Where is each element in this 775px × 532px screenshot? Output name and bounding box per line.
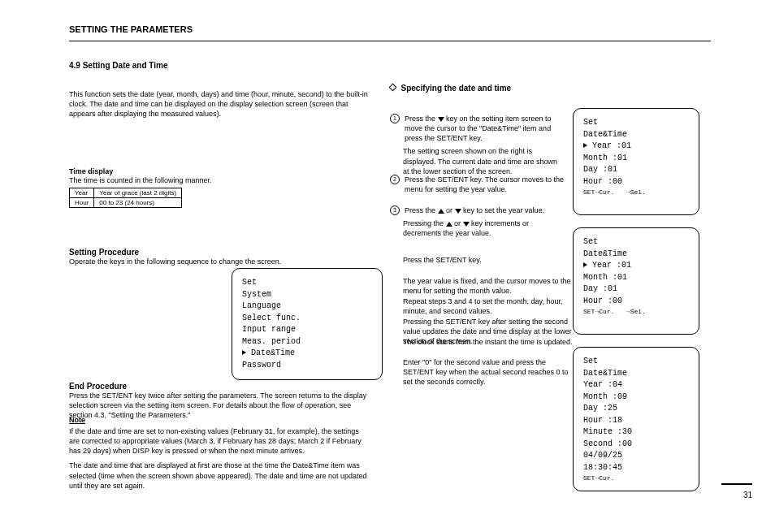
setting-procedure-title: Setting Procedure (69, 248, 370, 257)
step-clockstart: The clock starts from the instant the ti… (403, 337, 578, 347)
setting-procedure-block: Setting Procedure Operate the keys in th… (69, 248, 370, 266)
section-1-para: This function sets the date (year, month… (69, 89, 370, 119)
step-3-badge: 3 (390, 205, 400, 215)
step-zero: Enter "0" for the second value and press… (403, 357, 578, 387)
up-key-icon (438, 209, 444, 214)
lcd-screen-1: Set Date&Time Year :01 Month :01 Day :01… (573, 108, 699, 215)
lcd-screen-2: Set Date&Time Year :01 Month :01 Day :01… (573, 227, 699, 335)
step-3: 3 Press the or key to set the year value… (390, 205, 565, 238)
horizontal-rule (69, 41, 711, 41)
step-1: 1 Press the key on the setting item scre… (390, 114, 565, 176)
setting-procedure-para: Operate the keys in the following sequen… (69, 257, 370, 266)
note-heading: Note (69, 416, 370, 424)
time-display-text: The time is counted in the following man… (69, 175, 370, 185)
note-body-2: The date and time that are displayed at … (69, 461, 370, 490)
note-block: Note If the date and time are set to non… (69, 416, 370, 491)
lcd-screen-3: Set Date&Time Year :04 Month :09 Day :25… (573, 347, 699, 491)
time-display-heading: Time display (69, 167, 370, 175)
step-2: 2 Press the SET/ENT key. The cursor move… (390, 175, 565, 194)
time-table: YearYear of grace (last 2 digits) Hour00… (69, 188, 182, 208)
down-key-icon (455, 209, 461, 214)
end-rule (721, 483, 752, 485)
section-header: SETTING THE PARAMETERS (69, 24, 193, 34)
up-key-icon (446, 222, 452, 227)
down-key-icon (438, 117, 444, 122)
spec-title-row: Specifying the date and time (390, 84, 565, 93)
note-body-1: If the date and time are set to non-exis… (69, 426, 370, 456)
time-display-block: Time display The time is counted in the … (69, 167, 370, 208)
step-repeat: Repeat steps 3 and 4 to set the month, d… (403, 296, 578, 316)
end-procedure-block: End Procedure Press the SET/ENT key twic… (69, 382, 370, 420)
section-title-1: 4.9 Setting Date and Time (69, 61, 370, 70)
down-key-icon (463, 222, 470, 227)
step-1-badge: 1 (390, 114, 400, 123)
spec-title: Specifying the date and time (401, 84, 512, 93)
page-number: 31 (743, 491, 752, 500)
diamond-icon (389, 84, 397, 92)
end-procedure-title: End Procedure (69, 382, 370, 391)
step-3a: Press the SET/ENT key. (403, 255, 578, 265)
lcd-example-large: Set System Language Select func. Input r… (69, 268, 370, 380)
step-3b: The year value is fixed, and the cursor … (403, 276, 578, 296)
step-2-badge: 2 (390, 175, 400, 184)
